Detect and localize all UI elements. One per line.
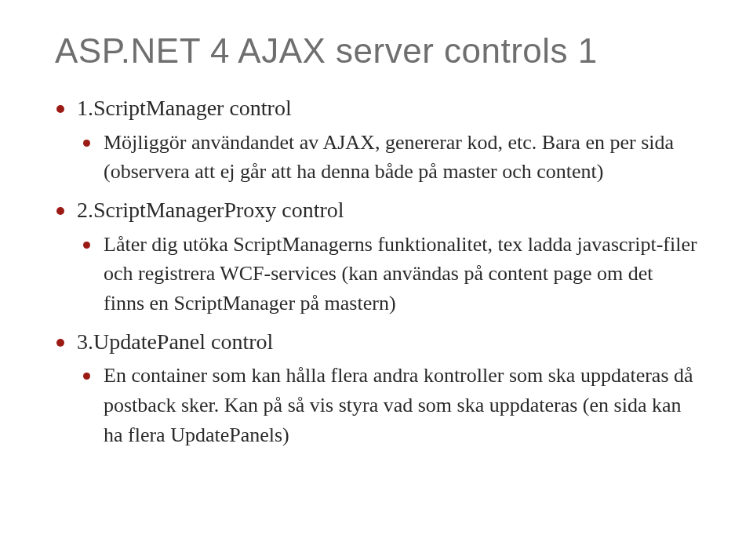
item-label: 3.UpdatePanel control: [77, 329, 273, 354]
slide: ASP.NET 4 AJAX server controls 1 1.Scrip…: [0, 0, 753, 560]
item-label: 2.ScriptManagerProxy control: [77, 198, 344, 222]
bullet-list: 1.ScriptManager control Möjliggör använd…: [55, 93, 698, 449]
list-item: 3.UpdatePanel control En container som k…: [77, 326, 698, 450]
sub-list-item: En container som kan hålla flera andra k…: [104, 361, 698, 449]
sub-list-item: Låter dig utöka ScriptManagerns funktion…: [104, 230, 698, 318]
sub-list: En container som kan hålla flera andra k…: [77, 361, 698, 449]
sub-list-item: Möjliggör användandet av AJAX, genererar…: [104, 128, 698, 187]
list-item: 2.ScriptManagerProxy control Låter dig u…: [77, 195, 698, 318]
item-label: 1.ScriptManager control: [77, 96, 292, 120]
list-item: 1.ScriptManager control Möjliggör använd…: [77, 93, 698, 187]
sub-list: Möjliggör användandet av AJAX, genererar…: [77, 128, 698, 187]
slide-title: ASP.NET 4 AJAX server controls 1: [55, 31, 698, 71]
sub-list: Låter dig utöka ScriptManagerns funktion…: [77, 230, 698, 318]
